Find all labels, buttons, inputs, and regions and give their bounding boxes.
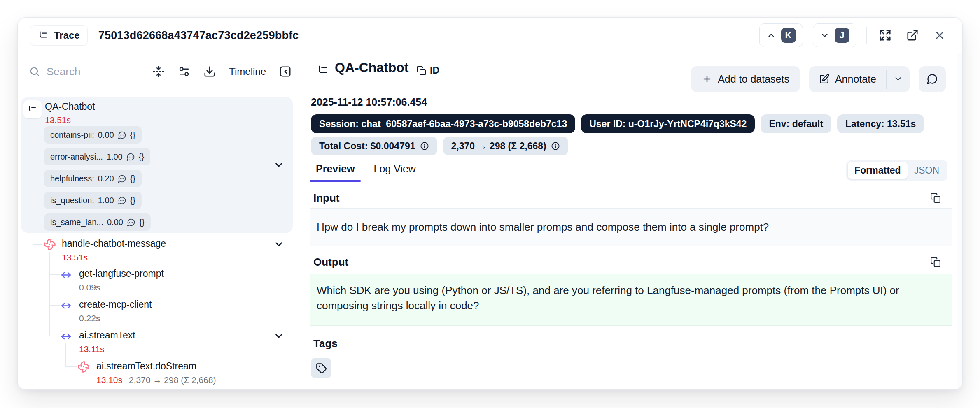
- id-label: ID: [430, 65, 439, 76]
- trace-peek-panel: Trace 75013d62668a43747ac73cd2e259bbfc K…: [17, 17, 963, 390]
- annotate-label: Annotate: [835, 73, 876, 85]
- score-value: 1.00: [107, 152, 123, 162]
- score-label: is_question:: [50, 196, 94, 205]
- score-pill[interactable]: is_question:1.00 {}: [44, 192, 142, 209]
- annotate-button[interactable]: Annotate: [809, 66, 886, 92]
- annotate-split-button: Annotate: [809, 66, 910, 92]
- trace-tree: QA-Chatbot 13.51s contains-pii:0.00 {} e…: [18, 90, 304, 389]
- timeline-toggle[interactable]: Timeline: [229, 66, 266, 77]
- score-label: is_same_lan...: [50, 218, 103, 227]
- next-trace-button[interactable]: J: [813, 23, 856, 47]
- trace-tree-sidebar: Timeline Q: [18, 53, 304, 389]
- chevron-down-icon: [273, 239, 284, 250]
- trace-timestamp: 2025-11-12 10:57:06.454: [311, 96, 427, 108]
- panel-collapse-icon: [279, 65, 292, 78]
- score-pill[interactable]: is_same_lan...0.00 {}: [44, 213, 151, 231]
- search-icon: [29, 66, 40, 77]
- list-tree-icon: [317, 64, 329, 76]
- score-metadata: {}: [139, 152, 144, 162]
- latency-badge: Latency: 13.51s: [837, 114, 924, 133]
- tree-connector: [33, 244, 42, 245]
- env-badge: Env: default: [761, 114, 831, 133]
- score-label: error-analysi...: [50, 152, 103, 162]
- page-title: QA-Chatbot: [335, 60, 409, 75]
- close-button[interactable]: [931, 27, 948, 44]
- tree-node-tokens: 2,370 → 298 (Σ 2,668): [129, 375, 216, 385]
- collapse-node-chevron[interactable]: [273, 331, 284, 341]
- output-section-heading: Output: [313, 256, 348, 269]
- copy-icon: [416, 66, 426, 76]
- edit-icon: [819, 74, 830, 84]
- collapse-node-chevron[interactable]: [273, 160, 284, 170]
- collapse-sidebar-button[interactable]: [279, 65, 292, 78]
- copy-id-button[interactable]: ID: [416, 65, 439, 76]
- tab-log-view[interactable]: Log View: [374, 160, 416, 182]
- input-section-heading: Input: [313, 192, 340, 204]
- collapse-node-chevron[interactable]: [273, 239, 284, 250]
- comment-icon: [926, 73, 938, 85]
- score-value: 0.20: [98, 174, 114, 183]
- download-button[interactable]: [203, 65, 216, 78]
- close-icon: [933, 29, 946, 42]
- score-metadata: {}: [130, 174, 135, 183]
- tree-node-duration: 13.11s: [79, 344, 105, 354]
- score-pill[interactable]: error-analysi...1.00 {}: [44, 148, 150, 165]
- format-toggle-json[interactable]: JSON: [908, 162, 946, 179]
- tab-preview[interactable]: Preview: [316, 160, 355, 182]
- token-usage-badge[interactable]: 2,370 → 298 (Σ 2,668): [443, 137, 568, 155]
- score-label: contains-pii:: [50, 130, 94, 140]
- titlebar-actions: K J: [759, 23, 948, 47]
- trace-type-chip[interactable]: Trace: [30, 25, 88, 46]
- search-field[interactable]: [29, 65, 139, 78]
- input-content: Hpw do I break my prompts down into smal…: [310, 208, 952, 246]
- tree-node-name[interactable]: get-langfuse-prompt: [79, 268, 164, 279]
- score-pill[interactable]: contains-pii:0.00 {}: [44, 126, 142, 144]
- add-to-datasets-button[interactable]: Add to datasets: [691, 66, 800, 92]
- session-badge[interactable]: Session: chat_60587aef-6baa-4973-a73c-b9…: [311, 114, 575, 133]
- prev-trace-button[interactable]: K: [759, 23, 803, 47]
- copy-icon: [930, 192, 941, 203]
- collapse-all-button[interactable]: [152, 65, 165, 78]
- comment-icon: [118, 196, 126, 205]
- tree-node-duration: 13.51s: [45, 115, 71, 125]
- keyboard-shortcut-k: K: [781, 28, 796, 43]
- titlebar-divider: [866, 27, 867, 44]
- tree-node-name[interactable]: ai.streamText: [79, 330, 135, 341]
- info-icon: [551, 141, 560, 151]
- total-cost-badge[interactable]: Total Cost: $0.004791: [311, 137, 437, 155]
- fold-vertical-icon: [152, 65, 165, 78]
- scrollbar[interactable]: [957, 53, 962, 389]
- chevron-down-icon: [820, 31, 829, 40]
- copy-output-button[interactable]: [929, 255, 943, 269]
- view-settings-button[interactable]: [178, 65, 190, 78]
- annotate-dropdown-button[interactable]: [887, 66, 910, 92]
- tree-node-name[interactable]: create-mcp-client: [79, 299, 152, 310]
- search-input[interactable]: [47, 65, 121, 78]
- add-tag-button[interactable]: [311, 358, 331, 378]
- open-in-new-tab-button[interactable]: [904, 27, 921, 44]
- tree-node-name[interactable]: handle-chatbot-message: [62, 238, 166, 249]
- comments-button[interactable]: [919, 66, 946, 92]
- info-icon: [420, 141, 429, 151]
- sliders-icon: [178, 65, 190, 78]
- tree-connector: [65, 343, 66, 367]
- trace-id: 75013d62668a43747ac73cd2e259bbfc: [98, 29, 299, 42]
- tree-node-qa-chatbot[interactable]: QA-Chatbot 13.51s contains-pii:0.00 {} e…: [21, 97, 293, 233]
- format-toggle-formatted[interactable]: Formatted: [848, 162, 907, 179]
- tree-node-duration: 0.09s: [79, 283, 100, 292]
- comment-icon: [126, 153, 135, 161]
- expand-button[interactable]: [877, 27, 894, 44]
- copy-input-button[interactable]: [929, 191, 943, 205]
- arrow-left-right-icon: [61, 269, 72, 280]
- token-usage-label: 2,370 → 298 (Σ 2,668): [451, 141, 546, 152]
- score-value: 0.00: [98, 130, 114, 140]
- tag-icon: [316, 363, 327, 374]
- user-id-badge[interactable]: User ID: u-O1rJy-YrtNCP4i7q3kS42: [581, 114, 755, 133]
- tree-connector: [65, 366, 77, 367]
- format-toggle: Formatted JSON: [846, 160, 947, 181]
- badges-row-1: Session: chat_60587aef-6baa-4973-a73c-b9…: [311, 114, 924, 133]
- tree-connector: [49, 252, 50, 336]
- score-pill[interactable]: helpfulness:0.20 {}: [44, 170, 142, 187]
- tree-node-name[interactable]: ai.streamText.doStream: [96, 361, 196, 372]
- chevron-down-icon: [273, 160, 284, 170]
